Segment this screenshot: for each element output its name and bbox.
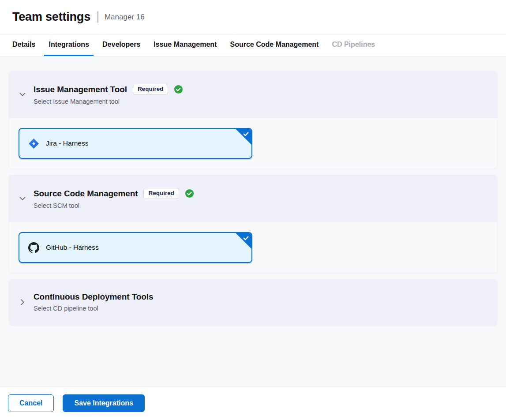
required-badge: Required (133, 84, 169, 95)
completed-check-icon (174, 85, 183, 94)
github-icon (28, 242, 39, 253)
page-title: Team settings (12, 10, 90, 24)
tab-source-code-management[interactable]: Source Code Management (225, 34, 323, 56)
option-label: GitHub - Harness (46, 244, 99, 251)
cancel-button[interactable]: Cancel (8, 394, 54, 412)
section-subtitle: Select Issue Management tool (34, 98, 183, 105)
section-issue-management-tool: Issue Management Tool Required Select Is… (9, 71, 497, 169)
section-issue-management-header[interactable]: Issue Management Tool Required Select Is… (9, 71, 497, 118)
tab-details[interactable]: Details (8, 34, 40, 56)
section-source-code-management: Source Code Management Required Select S… (9, 175, 497, 273)
completed-check-icon (185, 189, 194, 198)
section-title: Source Code Management (34, 189, 138, 199)
section-issue-management-body: Jira - Harness (9, 118, 497, 169)
option-card-jira-harness[interactable]: Jira - Harness (19, 128, 252, 159)
required-badge: Required (143, 188, 179, 199)
jira-icon (28, 138, 39, 149)
section-cd-header[interactable]: Continuous Deployment Tools Select CD pi… (9, 279, 497, 325)
section-title: Issue Management Tool (34, 85, 127, 94)
selected-check-icon (243, 131, 249, 137)
option-label: Jira - Harness (46, 139, 88, 147)
title-divider (97, 11, 98, 23)
section-continuous-deployment-tools: Continuous Deployment Tools Select CD pi… (9, 279, 497, 325)
option-card-github-harness[interactable]: GitHub - Harness (19, 232, 252, 263)
integrations-panel: Issue Management Tool Required Select Is… (0, 56, 506, 386)
tab-issue-management[interactable]: Issue Management (149, 34, 221, 56)
chevron-down-icon[interactable] (18, 90, 27, 99)
chevron-down-icon[interactable] (18, 194, 27, 203)
tab-developers[interactable]: Developers (98, 34, 145, 56)
section-scm-body: GitHub - Harness (9, 222, 497, 273)
section-subtitle: Select CD pipeline tool (34, 305, 153, 312)
footer-action-bar: Cancel Save Integrations (0, 386, 506, 420)
app-header: Team settings Manager 16 (0, 0, 506, 34)
page-subtitle: Manager 16 (105, 13, 145, 22)
chevron-right-icon[interactable] (18, 297, 27, 307)
tab-cd-pipelines: CD Pipelines (327, 34, 379, 56)
selected-check-icon (243, 235, 249, 241)
section-scm-header[interactable]: Source Code Management Required Select S… (9, 175, 497, 222)
tab-bar: Details Integrations Developers Issue Ma… (0, 34, 506, 56)
section-title: Continuous Deployment Tools (34, 292, 153, 302)
section-subtitle: Select SCM tool (34, 202, 194, 209)
save-integrations-button[interactable]: Save Integrations (63, 394, 144, 412)
tab-integrations[interactable]: Integrations (44, 34, 94, 56)
